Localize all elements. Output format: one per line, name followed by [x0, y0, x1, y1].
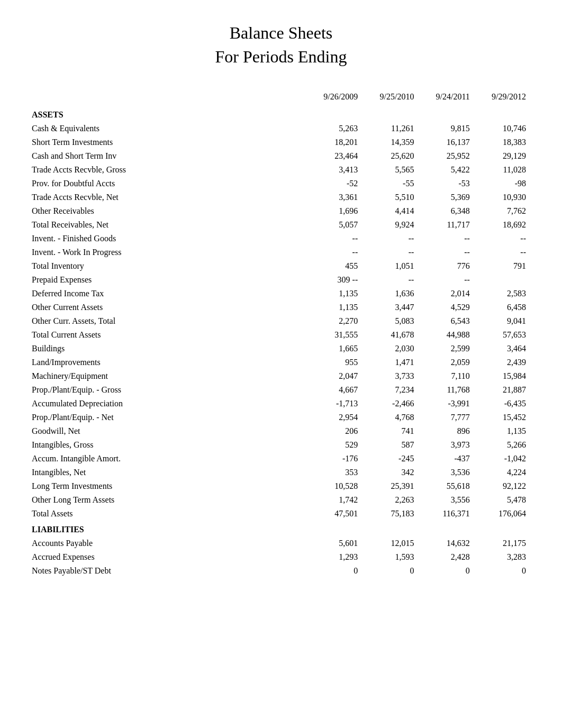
- row-label: Accounts Payable: [32, 536, 306, 550]
- row-value: 5,083: [362, 314, 418, 328]
- row-label: Accumulated Depreciation: [32, 397, 306, 411]
- table-row: Invent. - Work In Progress--------: [32, 245, 530, 259]
- row-value: 25,620: [362, 149, 418, 163]
- table-row: Cash & Equivalents5,26311,2619,81510,746: [32, 122, 530, 135]
- table-row: Accrued Expenses1,2931,5932,4283,283: [32, 550, 530, 564]
- row-label: Prop./Plant/Equip. - Gross: [32, 383, 306, 397]
- row-label: Invent. - Work In Progress: [32, 245, 306, 259]
- row-value: 18,201: [306, 135, 362, 149]
- row-value: 3,447: [362, 301, 418, 314]
- row-label: Prop./Plant/Equip. - Net: [32, 411, 306, 424]
- row-value: 15,984: [474, 369, 530, 383]
- row-value: 14,359: [362, 135, 418, 149]
- row-value: 5,565: [362, 163, 418, 177]
- table-row: Prop./Plant/Equip. - Net2,9544,7687,7771…: [32, 411, 530, 424]
- row-value: 21,887: [474, 383, 530, 397]
- row-value: 1,051: [362, 259, 418, 273]
- row-value: 0: [362, 564, 418, 578]
- row-value: -2,466: [362, 397, 418, 411]
- row-value: 11,028: [474, 163, 530, 177]
- row-value: 55,618: [418, 479, 474, 493]
- row-value: 896: [418, 424, 474, 438]
- table-row: Trade Accts Recvble, Gross3,4135,5655,42…: [32, 163, 530, 177]
- row-value: 9,041: [474, 314, 530, 328]
- row-value: 206: [306, 424, 362, 438]
- row-label: Notes Payable/ST Debt: [32, 564, 306, 578]
- row-label: Prov. for Doubtful Accts: [32, 177, 306, 190]
- row-value: 16,137: [418, 135, 474, 149]
- row-value: 342: [362, 466, 418, 479]
- row-value: 1,293: [306, 550, 362, 564]
- table-row: Long Term Investments10,52825,39155,6189…: [32, 479, 530, 493]
- row-value: 4,529: [418, 301, 474, 314]
- row-label: Trade Accts Recvble, Net: [32, 190, 306, 204]
- table-row: Land/Improvements9551,4712,0592,439: [32, 356, 530, 369]
- row-value: 4,768: [362, 411, 418, 424]
- row-label: Machinery/Equipment: [32, 369, 306, 383]
- row-value: --: [362, 232, 418, 245]
- table-row: Accumulated Depreciation-1,713-2,466-3,9…: [32, 397, 530, 411]
- row-value: 3,733: [362, 369, 418, 383]
- table-row: Prop./Plant/Equip. - Gross4,6677,23411,7…: [32, 383, 530, 397]
- row-value: 353: [306, 466, 362, 479]
- row-value: [474, 273, 530, 287]
- row-value: 2,954: [306, 411, 362, 424]
- row-value: 529: [306, 438, 362, 452]
- row-value: 7,110: [418, 369, 474, 383]
- row-label: Cash & Equivalents: [32, 122, 306, 135]
- row-value: -52: [306, 177, 362, 190]
- row-value: 2,428: [418, 550, 474, 564]
- row-value: 9,924: [362, 218, 418, 232]
- row-value: 309 --: [306, 273, 362, 287]
- row-value: 1,471: [362, 356, 418, 369]
- row-value: -176: [306, 452, 362, 466]
- row-value: 18,383: [474, 135, 530, 149]
- table-row: Other Curr. Assets, Total2,2705,0836,543…: [32, 314, 530, 328]
- row-value: 7,234: [362, 383, 418, 397]
- section-header-1: LIABILITIES: [32, 521, 530, 536]
- row-value: -55: [362, 177, 418, 190]
- row-value: 116,371: [418, 507, 474, 521]
- row-label: Accrued Expenses: [32, 550, 306, 564]
- table-row: Intangibles, Gross5295873,9735,266: [32, 438, 530, 452]
- row-value: 10,528: [306, 479, 362, 493]
- row-value: 1,135: [306, 301, 362, 314]
- table-row: Notes Payable/ST Debt0000: [32, 564, 530, 578]
- row-value: 4,667: [306, 383, 362, 397]
- row-value: 92,122: [474, 479, 530, 493]
- row-value: 14,632: [418, 536, 474, 550]
- row-value: 11,261: [362, 122, 418, 135]
- row-label: Other Curr. Assets, Total: [32, 314, 306, 328]
- row-value: 3,283: [474, 550, 530, 564]
- row-value: 1,135: [306, 287, 362, 301]
- row-value: -3,991: [418, 397, 474, 411]
- col-header-3: 9/24/2011: [418, 90, 474, 106]
- row-label: Total Assets: [32, 507, 306, 521]
- row-value: 5,478: [474, 493, 530, 507]
- row-value: 10,930: [474, 190, 530, 204]
- row-value: 57,653: [474, 328, 530, 342]
- row-value: 0: [418, 564, 474, 578]
- row-value: 5,601: [306, 536, 362, 550]
- row-value: -245: [362, 452, 418, 466]
- row-value: 25,391: [362, 479, 418, 493]
- row-value: 29,129: [474, 149, 530, 163]
- row-value: --: [362, 245, 418, 259]
- row-label: Total Receivables, Net: [32, 218, 306, 232]
- table-row: Prepaid Expenses309 ------: [32, 273, 530, 287]
- table-row: Machinery/Equipment2,0473,7337,11015,984: [32, 369, 530, 383]
- row-label: Short Term Investments: [32, 135, 306, 149]
- table-row: Invent. - Finished Goods--------: [32, 232, 530, 245]
- row-value: 5,263: [306, 122, 362, 135]
- row-value: 11,717: [418, 218, 474, 232]
- row-value: 2,583: [474, 287, 530, 301]
- table-row: Other Long Term Assets1,7422,2633,5565,4…: [32, 493, 530, 507]
- table-row: Intangibles, Net3533423,5364,224: [32, 466, 530, 479]
- row-value: --: [474, 232, 530, 245]
- row-value: 1,636: [362, 287, 418, 301]
- row-value: -53: [418, 177, 474, 190]
- row-value: 5,057: [306, 218, 362, 232]
- row-label: Intangibles, Net: [32, 466, 306, 479]
- row-value: -1,713: [306, 397, 362, 411]
- row-value: --: [362, 273, 418, 287]
